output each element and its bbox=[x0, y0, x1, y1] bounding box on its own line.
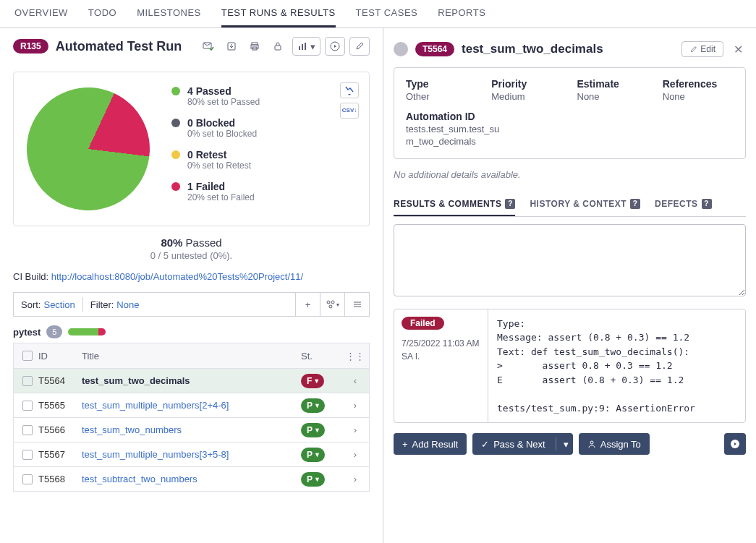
tab-todo[interactable]: TODO bbox=[88, 0, 116, 27]
list-view-button[interactable] bbox=[344, 292, 369, 317]
section-name: pytest bbox=[13, 327, 41, 338]
expand-row-button[interactable]: ‹ bbox=[344, 375, 366, 386]
tab-milestones[interactable]: MILESTONES bbox=[137, 0, 201, 27]
help-icon[interactable]: ? bbox=[505, 199, 515, 209]
row-id: T5564 bbox=[38, 375, 82, 386]
toolbar-icons bbox=[201, 39, 285, 54]
tab-overview[interactable]: OVERVIEW bbox=[14, 0, 68, 27]
left-pane: R135 Automated Test Run ▾ CSV↓ bbox=[0, 28, 383, 543]
sub-tab-results[interactable]: RESULTS & COMMENTS? bbox=[394, 194, 515, 216]
row-id: T5568 bbox=[38, 474, 82, 484]
legend-retest: 0 Retest0% set to Retest bbox=[171, 149, 356, 171]
row-title[interactable]: test_subtract_two_numbers bbox=[82, 474, 301, 484]
group-button[interactable]: ▾ bbox=[320, 292, 344, 317]
csv-export-icon[interactable]: CSV↓ bbox=[340, 103, 359, 119]
chevron-down-icon: ▼ bbox=[313, 377, 320, 385]
result-date: 7/25/2022 11:03 AM bbox=[402, 337, 480, 350]
percent-passed: 80% Passed bbox=[0, 236, 383, 249]
legend-failed: 1 Failed20% set to Failed bbox=[171, 181, 356, 202]
help-icon[interactable]: ? bbox=[630, 199, 640, 209]
case-title: test_sum_two_decimals bbox=[462, 42, 674, 56]
summary-card: CSV↓ 4 Passed80% set to Passed 0 Blocked… bbox=[13, 72, 370, 226]
help-icon[interactable]: ? bbox=[702, 199, 712, 209]
select-all-checkbox[interactable] bbox=[22, 351, 33, 361]
table-row[interactable]: T5565test_sum_multiple_numbers[2+4-6]P ▼… bbox=[14, 393, 369, 417]
status-pill[interactable]: F ▼ bbox=[301, 374, 324, 388]
result-user: SA I. bbox=[402, 350, 480, 363]
status-pill[interactable]: P ▼ bbox=[301, 398, 325, 413]
row-checkbox[interactable] bbox=[22, 450, 33, 460]
row-id: T5565 bbox=[38, 400, 82, 411]
pass-next-button[interactable]: ✓Pass & Next▾ bbox=[472, 433, 573, 455]
test-table: ID Title St. ⋮⋮ T5564test_sum_two_decima… bbox=[13, 343, 370, 492]
svg-point-11 bbox=[331, 301, 334, 304]
filter-select[interactable]: None bbox=[116, 299, 139, 310]
columns-icon[interactable]: ⋮⋮ bbox=[344, 351, 366, 362]
sort-select[interactable]: Section bbox=[43, 299, 75, 310]
row-checkbox[interactable] bbox=[22, 376, 33, 386]
status-pill[interactable]: P ▼ bbox=[301, 472, 325, 487]
result-status-badge: Failed bbox=[402, 317, 444, 330]
close-panel-button[interactable]: ✕ bbox=[731, 43, 746, 56]
case-header: T5564 test_sum_two_decimals Edit ✕ bbox=[394, 37, 746, 67]
untested-line: 0 / 5 untested (0%). bbox=[0, 250, 383, 261]
filter-bar: Sort: Section Filter: None + ▾ bbox=[13, 292, 370, 317]
run-button[interactable] bbox=[325, 37, 345, 56]
run-title: Automated Test Run bbox=[56, 39, 194, 54]
user-icon bbox=[587, 440, 596, 448]
sub-tabs: RESULTS & COMMENTS? HISTORY & CONTEXT? D… bbox=[394, 194, 746, 217]
row-checkbox[interactable] bbox=[22, 401, 33, 411]
action-row: +Add Result ✓Pass & Next▾ Assign To bbox=[394, 433, 746, 455]
plus-icon: + bbox=[402, 439, 408, 450]
table-row[interactable]: T5568test_subtract_two_numbersP ▼› bbox=[14, 466, 369, 491]
svg-rect-5 bbox=[275, 46, 281, 50]
row-checkbox[interactable] bbox=[22, 474, 33, 484]
chart-mode-button[interactable]: ▾ bbox=[292, 37, 320, 56]
sub-tab-history[interactable]: HISTORY & CONTEXT? bbox=[530, 194, 640, 216]
expand-row-button[interactable]: › bbox=[344, 424, 366, 435]
edit-case-button[interactable]: Edit bbox=[681, 41, 723, 57]
row-id: T5566 bbox=[38, 424, 82, 435]
tab-test-runs[interactable]: TEST RUNS & RESULTS bbox=[221, 0, 336, 27]
edit-run-button[interactable] bbox=[349, 37, 370, 56]
table-row[interactable]: T5566test_sum_two_numbersP ▼› bbox=[14, 417, 369, 442]
tab-test-cases[interactable]: TEST CASES bbox=[356, 0, 418, 27]
row-title[interactable]: test_sum_multiple_numbers[3+5-8] bbox=[82, 449, 301, 460]
expand-row-button[interactable]: › bbox=[344, 449, 366, 460]
run-header: R135 Automated Test Run ▾ bbox=[0, 28, 383, 64]
tab-reports[interactable]: REPORTS bbox=[438, 0, 485, 27]
lock-icon[interactable] bbox=[271, 39, 285, 54]
result-body: Type: Message: assert (0.8 + 0.3) == 1.2… bbox=[488, 309, 745, 423]
status-pill[interactable]: P ▼ bbox=[301, 423, 325, 437]
case-badge: T5564 bbox=[415, 42, 454, 56]
section-count: 5 bbox=[46, 325, 62, 338]
toolbar-right: ▾ bbox=[292, 37, 370, 56]
status-pill[interactable]: P ▼ bbox=[301, 448, 325, 462]
row-title[interactable]: test_sum_two_decimals bbox=[82, 375, 301, 386]
sub-tab-defects[interactable]: DEFECTS? bbox=[655, 194, 712, 216]
mail-check-icon[interactable] bbox=[201, 39, 216, 54]
play-button[interactable] bbox=[724, 433, 746, 455]
svg-point-12 bbox=[329, 305, 332, 308]
no-details: No additional details available. bbox=[394, 169, 746, 180]
row-checkbox[interactable] bbox=[22, 425, 33, 435]
ci-build-line: CI Build: http://localhost:8080/job/Auto… bbox=[0, 271, 383, 292]
row-id: T5567 bbox=[38, 449, 82, 460]
print-icon[interactable] bbox=[247, 39, 262, 54]
comment-input[interactable] bbox=[394, 224, 746, 296]
svg-point-10 bbox=[327, 301, 330, 304]
assign-to-button[interactable]: Assign To bbox=[579, 433, 650, 455]
svg-rect-6 bbox=[299, 46, 300, 50]
ci-build-link[interactable]: http://localhost:8080/job/Automated%20Te… bbox=[51, 271, 303, 282]
expand-row-button[interactable]: › bbox=[344, 474, 366, 484]
chart-export-icon[interactable] bbox=[340, 82, 359, 98]
add-filter-button[interactable]: + bbox=[295, 292, 320, 317]
export-icon[interactable] bbox=[224, 39, 239, 54]
table-row[interactable]: T5564test_sum_two_decimalsF ▼‹ bbox=[14, 368, 369, 393]
row-title[interactable]: test_sum_two_numbers bbox=[82, 424, 301, 435]
expand-row-button[interactable]: › bbox=[344, 400, 366, 411]
row-title[interactable]: test_sum_multiple_numbers[2+4-6] bbox=[82, 400, 301, 411]
table-row[interactable]: T5567test_sum_multiple_numbers[3+5-8]P ▼… bbox=[14, 442, 369, 466]
chevron-down-icon: ▼ bbox=[314, 451, 320, 458]
add-result-button[interactable]: +Add Result bbox=[394, 433, 467, 455]
